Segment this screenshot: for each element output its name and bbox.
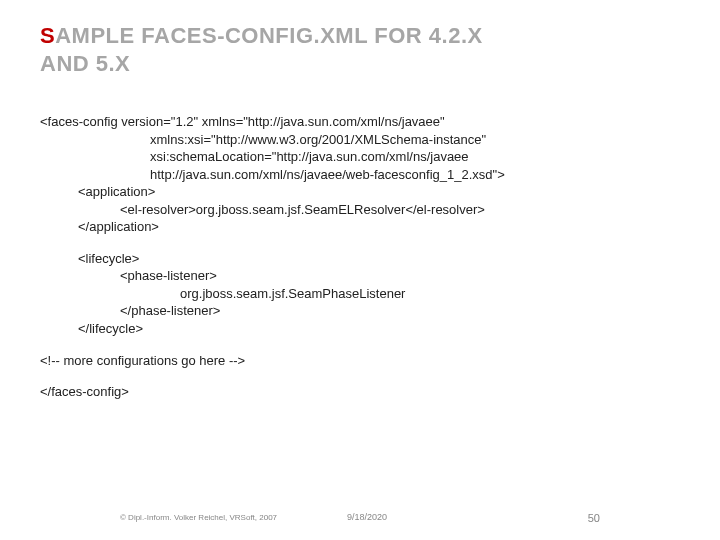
title-initial-letter: S [40, 23, 55, 48]
title-line1-rest: AMPLE FACES-CONFIG.XML FOR 4.2.X [55, 23, 483, 48]
footer-page-number: 50 [588, 512, 600, 524]
blank-line [40, 338, 680, 352]
slide-title-block: SAMPLE FACES-CONFIG.XML FOR 4.2.X AND 5.… [0, 0, 720, 85]
slide-title: SAMPLE FACES-CONFIG.XML FOR 4.2.X AND 5.… [40, 22, 680, 77]
title-line2: AND 5.X [40, 51, 130, 76]
code-line: <phase-listener> [40, 267, 680, 285]
code-line: </faces-config> [40, 383, 680, 401]
footer-date: 9/18/2020 [347, 512, 387, 522]
code-line: xmlns:xsi="http://www.w3.org/2001/XMLSch… [40, 131, 680, 149]
footer-credit: © Dipl.-Inform. Volker Reichel, VRSoft, … [120, 513, 277, 522]
slide-footer: © Dipl.-Inform. Volker Reichel, VRSoft, … [0, 512, 720, 522]
code-line: </phase-listener> [40, 302, 680, 320]
code-line: <faces-config version="1.2" xmlns="http:… [40, 113, 680, 131]
blank-line [40, 369, 680, 383]
code-line: <lifecycle> [40, 250, 680, 268]
blank-line [40, 236, 680, 250]
code-line: xsi:schemaLocation="http://java.sun.com/… [40, 148, 680, 166]
code-line: </lifecycle> [40, 320, 680, 338]
code-line: <el-resolver>org.jboss.seam.jsf.SeamELRe… [40, 201, 680, 219]
code-line: </application> [40, 218, 680, 236]
code-line: http://java.sun.com/xml/ns/javaee/web-fa… [40, 166, 680, 184]
code-line: <!-- more configurations go here --> [40, 352, 680, 370]
code-line: <application> [40, 183, 680, 201]
code-block: <faces-config version="1.2" xmlns="http:… [0, 85, 720, 401]
code-line: org.jboss.seam.jsf.SeamPhaseListener [40, 285, 680, 303]
